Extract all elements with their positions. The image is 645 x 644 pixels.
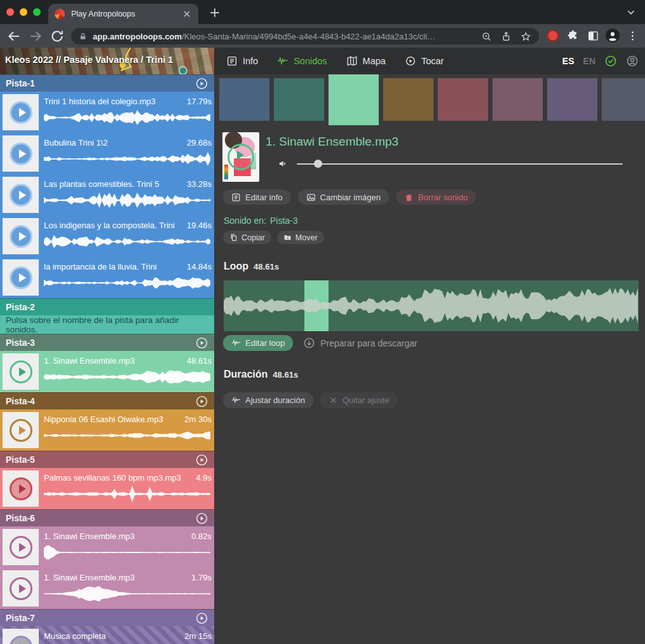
clip-play-icon[interactable] bbox=[10, 577, 32, 600]
location-map-thumbnail[interactable]: Kleos 2022 // Pasaje Valvanera / Trini 1 bbox=[0, 48, 214, 74]
clip-thumbnail[interactable] bbox=[3, 259, 39, 296]
clip-play-icon[interactable] bbox=[10, 419, 32, 442]
clip-play-icon[interactable] bbox=[10, 101, 32, 124]
track-play-icon[interactable] bbox=[195, 77, 208, 90]
forward-button[interactable] bbox=[28, 29, 43, 44]
breadcrumb[interactable]: Kleos 2022 // Pasaje Valvanera / Trini 1 bbox=[5, 55, 173, 65]
lang-en[interactable]: EN bbox=[583, 56, 595, 66]
sound-thumbnail[interactable] bbox=[222, 132, 259, 182]
clip-play-icon[interactable] bbox=[10, 266, 32, 289]
clip-pista-1[interactable]: la importancia de la lluvia. Trini14.84s bbox=[0, 257, 214, 298]
track-color-swatch-5[interactable] bbox=[438, 78, 488, 121]
loop-waveform[interactable] bbox=[224, 280, 639, 331]
reload-button[interactable] bbox=[50, 29, 65, 44]
saved-check-icon[interactable] bbox=[604, 55, 617, 67]
macos-zoom-button[interactable] bbox=[33, 8, 41, 16]
clip-thumbnail[interactable] bbox=[3, 218, 39, 254]
tab-close-icon[interactable] bbox=[182, 9, 192, 19]
remove-adjust-button[interactable]: Quitar ajuste bbox=[320, 392, 398, 408]
clip-pista-6[interactable]: 1. Sinawi Ensemble.mp31.79s bbox=[0, 568, 214, 609]
track-play-icon[interactable] bbox=[195, 395, 208, 408]
track-play-icon[interactable] bbox=[195, 512, 208, 525]
track-play-icon[interactable] bbox=[195, 612, 208, 625]
clip-thumbnail[interactable] bbox=[3, 570, 39, 606]
clip-play-icon[interactable] bbox=[10, 360, 32, 383]
track-header-pista-1[interactable]: Pista-1 bbox=[0, 74, 214, 92]
move-button[interactable]: Mover bbox=[277, 231, 324, 244]
clip-thumbnail[interactable] bbox=[3, 412, 39, 448]
bookmark-star-icon[interactable] bbox=[520, 31, 531, 42]
edit-loop-button[interactable]: Editar loop bbox=[223, 335, 293, 351]
copy-button[interactable]: Copiar bbox=[223, 231, 271, 244]
track-name: Pista-1 bbox=[6, 78, 195, 88]
prepare-download-button[interactable]: Preparar para descargar bbox=[303, 337, 418, 349]
share-icon[interactable] bbox=[501, 31, 512, 42]
clip-pista-1[interactable]: Las plantas comestibles. Trini 533.28s bbox=[0, 174, 214, 216]
clip-play-icon[interactable] bbox=[10, 184, 32, 207]
track-header-pista-5[interactable]: Pista-5 bbox=[0, 451, 214, 468]
sound-in-track-link[interactable]: Pista-3 bbox=[270, 216, 298, 226]
clip-pista-1[interactable]: Trini 1 historia del colegio.mp317.79s bbox=[0, 92, 214, 133]
track-color-swatch-8[interactable] bbox=[602, 78, 645, 121]
nav-tocar[interactable]: Tocar bbox=[405, 55, 444, 67]
delete-sound-button[interactable]: Borrar sonido bbox=[396, 189, 476, 205]
track-header-pista-6[interactable]: Pista-6 bbox=[0, 509, 214, 526]
nav-sonidos[interactable]: Sonidos bbox=[277, 55, 327, 67]
edit-info-button[interactable]: Editar info bbox=[223, 189, 291, 205]
clip-thumbnail[interactable] bbox=[3, 470, 39, 507]
nav-info[interactable]: Info bbox=[226, 55, 258, 67]
browser-tab[interactable]: Play Antropoloops bbox=[48, 4, 198, 24]
clip-play-icon[interactable] bbox=[10, 225, 32, 248]
browser-menu-icon[interactable] bbox=[627, 30, 639, 42]
track-header-pista-3[interactable]: Pista-3 bbox=[0, 334, 214, 351]
macos-minimize-button[interactable] bbox=[20, 8, 27, 16]
clip-play-icon[interactable] bbox=[10, 536, 32, 559]
track-color-swatch-3-selected[interactable] bbox=[329, 74, 379, 125]
clip-pista-4[interactable]: Nipponia 06 Esashi Oiwake.mp32m 30s bbox=[0, 409, 214, 451]
track-play-icon[interactable] bbox=[195, 336, 208, 350]
volume-slider-handle[interactable] bbox=[314, 160, 322, 168]
clip-pista-7[interactable]: Musica completa2m 15s bbox=[0, 626, 214, 644]
side-panel-icon[interactable] bbox=[587, 30, 599, 42]
nav-mapa[interactable]: Mapa bbox=[346, 55, 386, 67]
clip-play-icon[interactable] bbox=[10, 477, 32, 500]
track-header-pista-7[interactable]: Pista-7 bbox=[0, 609, 214, 626]
change-image-button[interactable]: Cambiar imágen bbox=[298, 189, 389, 205]
clip-thumbnail[interactable] bbox=[3, 629, 39, 644]
clip-thumbnail[interactable] bbox=[3, 529, 39, 565]
tab-search-chevron-icon[interactable] bbox=[626, 7, 636, 17]
track-header-pista-2[interactable]: Pista-2 bbox=[0, 298, 214, 315]
lang-es[interactable]: ES bbox=[562, 56, 574, 66]
clip-play-icon[interactable] bbox=[10, 636, 32, 644]
macos-close-button[interactable] bbox=[6, 8, 14, 16]
track-color-swatch-4[interactable] bbox=[383, 78, 433, 121]
clip-thumbnail[interactable] bbox=[3, 94, 39, 130]
clip-pista-6[interactable]: 1. Sinawi Ensemble.mp30.82s bbox=[0, 526, 214, 568]
clip-thumbnail[interactable] bbox=[3, 135, 39, 172]
clip-thumbnail[interactable] bbox=[3, 353, 39, 390]
clip-pista-3[interactable]: 1. Sinawi Ensemble.mp348.61s bbox=[0, 351, 214, 392]
clip-pista-5[interactable]: Palmas sevillanas 160 bpm mp3.mp34.9s bbox=[0, 468, 214, 509]
clip-pista-1[interactable]: Bubulina Trini 1\229.68s bbox=[0, 133, 214, 174]
track-color-swatch-6[interactable] bbox=[492, 78, 543, 121]
back-button[interactable] bbox=[6, 29, 22, 44]
profile-avatar[interactable] bbox=[606, 29, 620, 43]
zoom-page-icon[interactable] bbox=[481, 31, 492, 42]
extensions-puzzle-icon[interactable] bbox=[567, 30, 579, 42]
clip-thumbnail[interactable] bbox=[3, 177, 39, 213]
track-color-swatch-7[interactable] bbox=[547, 78, 597, 121]
recording-extension-icon[interactable] bbox=[547, 29, 559, 42]
volume-slider-track[interactable] bbox=[297, 163, 623, 165]
new-tab-button[interactable] bbox=[208, 6, 221, 19]
track-header-pista-4[interactable]: Pista-4 bbox=[0, 392, 214, 409]
clip-play-icon[interactable] bbox=[10, 142, 32, 165]
clip-pista-1[interactable]: Los indigenas y la compostela. Trini19.4… bbox=[0, 216, 214, 257]
play-overlay-icon[interactable] bbox=[227, 144, 254, 170]
account-icon[interactable] bbox=[626, 55, 639, 67]
adjust-duration-button[interactable]: Ajustar duración bbox=[223, 392, 313, 408]
address-bar[interactable]: app.antropoloops.com/Kleos-Santa-Marina/… bbox=[71, 28, 539, 45]
track-color-swatch-2[interactable] bbox=[274, 78, 324, 121]
clip-duration: 33.28s bbox=[187, 179, 212, 189]
track-play-icon[interactable] bbox=[195, 453, 208, 467]
track-color-swatch-1[interactable] bbox=[219, 78, 269, 121]
